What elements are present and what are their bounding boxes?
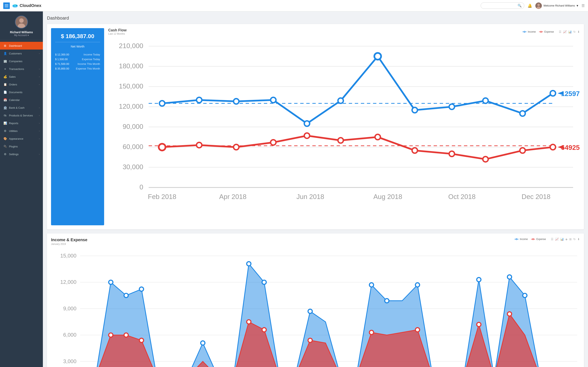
ie-tool-refresh[interactable]: ↻ bbox=[573, 238, 576, 241]
nav-label-products: Products & Services bbox=[9, 114, 33, 117]
nav-label-appearance: Appearance bbox=[9, 137, 23, 140]
svg-point-54 bbox=[304, 133, 310, 138]
profile-account-link[interactable]: My Account bbox=[14, 34, 29, 37]
search-icon[interactable]: 🔍 bbox=[518, 4, 522, 8]
sidebar-item-bank[interactable]: 🏦 Bank & Cash › bbox=[0, 104, 43, 111]
nav-item-content: ≡ Transactions bbox=[3, 67, 24, 71]
nav-item-content: 📋 Orders bbox=[3, 83, 17, 86]
stat-label: Expense This Month bbox=[76, 67, 100, 70]
nav-item-content: 📄 Documents bbox=[3, 91, 22, 94]
svg-text:60,000: 60,000 bbox=[123, 143, 143, 150]
chart-tool-list[interactable]: ☰ bbox=[559, 30, 562, 33]
svg-point-60 bbox=[520, 148, 525, 153]
nav-icon-sales: 💰 bbox=[3, 75, 7, 78]
nav-chevron-customers: › bbox=[39, 52, 40, 55]
sidebar-item-products[interactable]: 🛍 Products & Services › bbox=[0, 111, 43, 119]
net-worth-amount: $ 186,387.00 bbox=[55, 33, 100, 42]
sidebar-item-plugins[interactable]: 🔌 Plugins bbox=[0, 142, 43, 150]
svg-point-8 bbox=[537, 4, 540, 6]
nav-icon-appearance: 🎨 bbox=[3, 137, 7, 140]
nav-icon-settings: ⚙ bbox=[3, 152, 7, 156]
nav-icon-products: 🛍 bbox=[3, 114, 7, 117]
page-title: Dashboard bbox=[47, 16, 584, 21]
sidebar-item-appearance[interactable]: 🎨 Appearance › bbox=[0, 135, 43, 142]
nav-icon-companies: 🏢 bbox=[3, 59, 7, 63]
svg-point-125 bbox=[124, 333, 128, 337]
svg-point-6 bbox=[14, 4, 17, 6]
sidebar-item-utilities[interactable]: ⚙ Utilities › bbox=[0, 127, 43, 135]
stat-row: $ 35,800.00 Expense This Month bbox=[55, 67, 100, 70]
svg-point-57 bbox=[412, 148, 417, 153]
svg-point-11 bbox=[19, 18, 24, 23]
svg-text:9,000: 9,000 bbox=[63, 306, 77, 311]
nav-icon-orders: 📋 bbox=[3, 83, 7, 86]
svg-text:Apr 2018: Apr 2018 bbox=[219, 193, 247, 200]
nav-left: CloudOnex bbox=[3, 2, 481, 9]
nav-icon-reports: 📊 bbox=[3, 122, 7, 125]
sidebar-item-companies[interactable]: 🏢 Companies bbox=[0, 57, 43, 65]
svg-point-123 bbox=[523, 293, 527, 298]
sidebar-item-sales[interactable]: 💰 Sales › bbox=[0, 73, 43, 81]
ie-legend-income: Income bbox=[515, 238, 528, 241]
ie-tool-area[interactable]: ◈ bbox=[565, 238, 568, 241]
sidebar-item-settings[interactable]: ⚙ Settings › bbox=[0, 150, 43, 158]
svg-point-45 bbox=[412, 108, 417, 113]
nav-label-documents: Documents bbox=[9, 91, 22, 94]
avatar bbox=[535, 2, 542, 9]
cashflow-card: $ 186,387.00 Net Worth $ 12,300.00 Incom… bbox=[47, 24, 584, 229]
legend-income-label: Income bbox=[528, 30, 536, 33]
stat-label: Expense Today bbox=[82, 58, 100, 61]
ie-header: Income & Expense January 2019 Income bbox=[51, 238, 580, 245]
nav-chevron-transactions: › bbox=[39, 68, 40, 70]
chart-tool-refresh[interactable]: ↻ bbox=[573, 30, 576, 33]
nav-label-transactions: Transactions bbox=[9, 67, 24, 71]
svg-point-128 bbox=[262, 328, 266, 332]
sidebar-item-customers[interactable]: 👤 Customers › bbox=[0, 50, 43, 57]
chart-tool-line[interactable]: 📈 bbox=[563, 30, 567, 33]
sidebar-item-transactions[interactable]: ≡ Transactions › bbox=[0, 65, 43, 73]
chart-tool-download[interactable]: ⬇ bbox=[577, 30, 580, 33]
ie-tool-grid[interactable]: ⊞ bbox=[569, 238, 572, 241]
logo-link[interactable]: CloudOnex bbox=[12, 2, 42, 9]
search-input[interactable] bbox=[483, 4, 516, 7]
sidebar-item-calendar[interactable]: 📅 Calendar bbox=[0, 96, 43, 104]
nav-item-content: 🔌 Plugins bbox=[3, 145, 18, 148]
svg-point-129 bbox=[308, 338, 312, 342]
svg-text:180,000: 180,000 bbox=[119, 62, 143, 70]
nav-item-content: 🏦 Bank & Cash bbox=[3, 106, 25, 109]
main-content: Dashboard $ 186,387.00 Net Worth $ 12,30… bbox=[43, 11, 588, 367]
ie-legend-expense-label: Expense bbox=[536, 238, 546, 241]
sidebar-item-orders[interactable]: 📋 Orders › bbox=[0, 81, 43, 88]
ie-chart-tools: ☰ 📈 📊 ◈ ⊞ ↻ ⬇ bbox=[551, 238, 580, 241]
ie-tool-list[interactable]: ☰ bbox=[551, 238, 553, 241]
user-name-top: Welcome Richard Williams bbox=[544, 4, 575, 7]
ie-tool-download[interactable]: ⬇ bbox=[577, 238, 580, 241]
net-worth-box: $ 186,387.00 Net Worth $ 12,300.00 Incom… bbox=[51, 28, 104, 225]
svg-point-48 bbox=[520, 111, 525, 116]
svg-rect-1 bbox=[5, 6, 8, 6]
sidebar-item-documents[interactable]: 📄 Documents bbox=[0, 88, 43, 96]
sidebar-item-reports[interactable]: 📊 Reports › bbox=[0, 119, 43, 127]
user-chevron: ▾ bbox=[577, 4, 578, 8]
stat-amount: $ 1,500.00 bbox=[55, 58, 68, 61]
nav-icon-documents: 📄 bbox=[3, 91, 7, 94]
nav-item-content: 👤 Customers bbox=[3, 52, 22, 55]
sidebar-item-dashboard[interactable]: ⊞ Dashboard bbox=[0, 42, 43, 50]
nav-item-content: 🏢 Companies bbox=[3, 59, 22, 63]
menu-lines-icon[interactable]: ☰ bbox=[581, 3, 585, 8]
ie-legend-income-label: Income bbox=[520, 238, 528, 241]
nav-label-dashboard: Dashboard bbox=[9, 44, 22, 47]
svg-marker-65 bbox=[558, 145, 564, 149]
hamburger-button[interactable] bbox=[3, 2, 10, 9]
stat-row: $ 71,500.00 Income This Month bbox=[55, 62, 100, 66]
svg-point-59 bbox=[483, 157, 488, 162]
ie-tool-bar[interactable]: 📊 bbox=[560, 238, 564, 241]
nav-chevron-reports: › bbox=[39, 122, 40, 124]
nav-item-content: 🎨 Appearance bbox=[3, 137, 23, 140]
user-info[interactable]: Welcome Richard Williams ▾ bbox=[535, 2, 578, 9]
svg-point-115 bbox=[247, 262, 251, 266]
ie-tool-line[interactable]: 📈 bbox=[555, 238, 559, 241]
svg-point-40 bbox=[233, 99, 239, 104]
notification-bell[interactable]: 🔔 bbox=[527, 3, 532, 8]
chart-tool-bar[interactable]: 📊 bbox=[568, 30, 572, 33]
